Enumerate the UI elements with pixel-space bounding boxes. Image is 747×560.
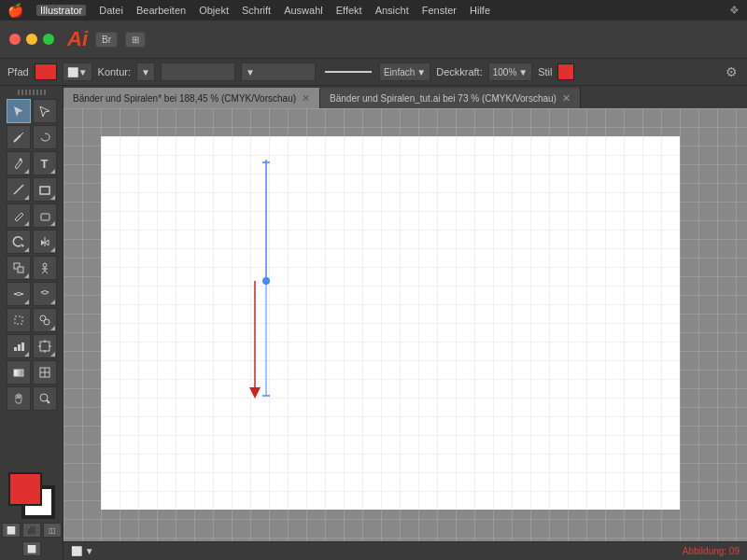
hand-tool[interactable] — [7, 386, 31, 411]
toolbar: T — [0, 86, 63, 560]
kontur-icon: ▼ — [141, 67, 150, 77]
menu-illustrator[interactable]: Illustrator — [36, 5, 86, 16]
figure-label: Abbildung: 09 — [683, 546, 740, 556]
kontur-unit-dropdown[interactable]: ▼ — [241, 63, 316, 81]
svg-point-10 — [43, 263, 47, 267]
kontur-value-input[interactable] — [161, 63, 235, 81]
svg-rect-9 — [18, 267, 23, 273]
menu-effekt[interactable]: Effekt — [336, 5, 362, 16]
document-canvas[interactable] — [101, 136, 680, 510]
menu-schrift[interactable]: Schrift — [242, 5, 271, 16]
fill-color-swatch[interactable] — [35, 63, 57, 80]
text-tool[interactable]: T — [33, 151, 57, 175]
select-tool[interactable] — [7, 99, 31, 123]
tool-row-12 — [7, 386, 57, 411]
tool-row-6 — [7, 230, 57, 254]
canvas-area: Bänder und Spiralen* bei 188,45 % (CMYK/… — [63, 86, 747, 560]
close-button[interactable] — [9, 34, 21, 45]
opacity-dropdown[interactable]: 100% ▼ — [488, 63, 532, 81]
screen-mode-btn[interactable]: ⬜ — [22, 541, 41, 556]
warp-tool[interactable] — [33, 282, 57, 306]
minimize-button[interactable] — [26, 34, 37, 45]
tab-2-label: Bänder und Spiralen_tut.ai bei 73 % (CMY… — [330, 93, 557, 104]
title-bar: Ai Br ⊞ — [0, 21, 747, 58]
tab-2[interactable]: Bänder und Spiralen_tut.ai bei 73 % (CMY… — [320, 88, 581, 108]
menu-datei[interactable]: Datei — [99, 5, 123, 16]
menu-objekt[interactable]: Objekt — [199, 5, 229, 16]
behind-mode-btn[interactable]: ⬛ — [22, 523, 41, 538]
pen-tool[interactable] — [7, 151, 31, 175]
menu-bar: 🍎 Illustrator Datei Bearbeiten Objekt Sc… — [0, 0, 747, 21]
svg-line-3 — [14, 185, 23, 194]
draw-modes: ⬜ ⬛ ◫ — [2, 523, 62, 538]
maximize-button[interactable] — [43, 34, 54, 45]
stil-swatch[interactable] — [557, 63, 574, 80]
dropbox-icon: ❖ — [729, 4, 740, 17]
svg-point-30 — [40, 394, 48, 401]
svg-point-17 — [44, 319, 49, 325]
tool-row-5 — [7, 203, 57, 228]
traffic-lights — [9, 34, 54, 45]
settings-icon[interactable]: ⚙ — [723, 64, 740, 79]
tab-1[interactable]: Bänder und Spiralen* bei 188,45 % (CMYK/… — [63, 88, 320, 108]
normal-mode-btn[interactable]: ⬜ — [2, 523, 21, 538]
tool-row-2 — [7, 125, 57, 149]
menu-ansicht[interactable]: Ansicht — [375, 5, 409, 16]
app-logo: Ai — [67, 27, 88, 51]
rect-tool[interactable] — [33, 177, 57, 202]
workspace-button[interactable]: ⊞ — [125, 32, 146, 48]
svg-line-1 — [21, 133, 23, 135]
menu-fenster[interactable]: Fenster — [422, 5, 457, 16]
options-bar: Pfad ⬜▼ Kontur: ▼ ▼ Einfach ▼ Deckkraft:… — [0, 58, 747, 86]
screen-modes: ⬜ — [22, 541, 41, 556]
svg-rect-18 — [14, 347, 17, 351]
tabs-bar: Bänder und Spiralen* bei 188,45 % (CMYK/… — [63, 86, 747, 108]
lasso-tool[interactable] — [33, 125, 57, 149]
graph-tool[interactable] — [7, 334, 31, 358]
mesh-tool[interactable] — [33, 360, 57, 385]
eraser-tool[interactable] — [33, 203, 57, 228]
free-transform-tool[interactable] — [7, 308, 31, 332]
puppet-tool[interactable] — [33, 256, 57, 280]
toolbar-grip — [18, 90, 46, 95]
pencil-tool[interactable] — [7, 203, 31, 228]
opacity-label: Deckkraft: — [436, 66, 483, 77]
path-label: Pfad — [7, 66, 29, 77]
status-bar: ⬜ ▼ Abbildung: 09 — [63, 541, 747, 560]
svg-line-13 — [42, 271, 45, 273]
tab-1-label: Bänder und Spiralen* bei 188,45 % (CMYK/… — [73, 93, 296, 104]
svg-rect-26 — [14, 370, 23, 376]
mirror-tool[interactable] — [33, 230, 57, 254]
shape-builder-tool[interactable] — [33, 308, 57, 332]
rotate-tool[interactable] — [7, 230, 31, 254]
svg-rect-21 — [40, 342, 49, 351]
magic-wand-tool[interactable] — [7, 125, 31, 149]
bridge-button[interactable]: Br — [95, 32, 118, 48]
zoom-tool[interactable] — [33, 386, 57, 411]
apple-menu[interactable]: 🍎 — [7, 3, 23, 18]
tab-1-close[interactable]: ✕ — [302, 92, 310, 105]
inside-mode-btn[interactable]: ◫ — [43, 523, 62, 538]
tab-2-close[interactable]: ✕ — [562, 92, 571, 105]
fill-type-dropdown[interactable]: ⬜▼ — [63, 63, 92, 81]
tool-row-7 — [7, 256, 57, 280]
line-tool[interactable] — [7, 177, 31, 202]
kontur-label: Kontur: — [98, 66, 131, 77]
gradient-tool[interactable] — [7, 360, 31, 385]
artboard-tool[interactable] — [33, 334, 57, 358]
kontur-dropdown[interactable]: ▼ — [136, 63, 155, 81]
direct-select-tool[interactable] — [33, 99, 57, 123]
tool-row-11 — [7, 360, 57, 385]
canvas-container[interactable] — [63, 108, 747, 541]
tool-row-10 — [7, 334, 57, 358]
fill-swatch[interactable] — [8, 472, 42, 506]
menu-auswahl[interactable]: Auswahl — [284, 5, 323, 16]
svg-line-14 — [45, 271, 48, 273]
scale-tool[interactable] — [7, 256, 31, 280]
stil-label: Stil — [538, 66, 552, 77]
width-tool[interactable] — [7, 282, 31, 306]
stroke-style-dropdown[interactable]: Einfach ▼ — [379, 63, 430, 81]
menu-bearbeiten[interactable]: Bearbeiten — [136, 5, 186, 16]
svg-rect-20 — [21, 343, 24, 351]
menu-hilfe[interactable]: Hilfe — [470, 5, 490, 16]
